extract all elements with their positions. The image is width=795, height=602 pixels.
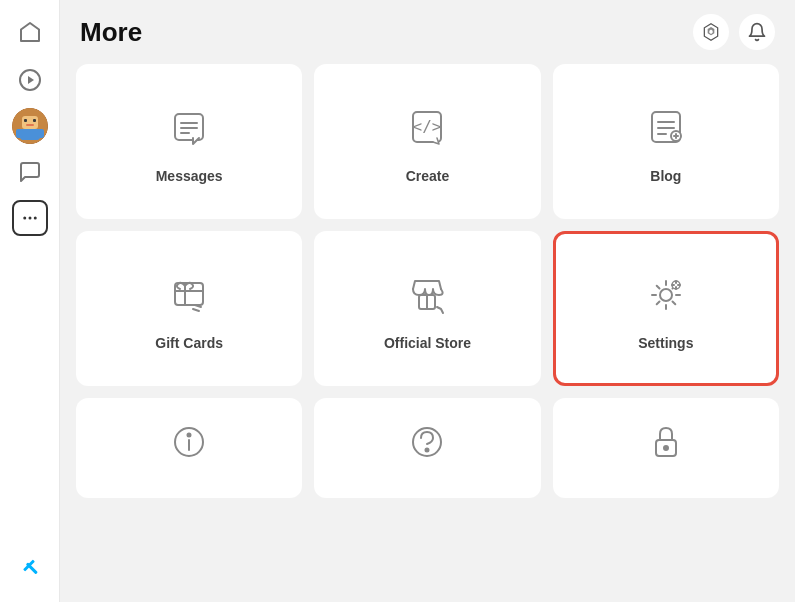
sidebar: [0, 0, 60, 602]
sidebar-item-robux[interactable]: [10, 546, 50, 586]
grid-item-messages[interactable]: Messages: [76, 64, 302, 219]
create-label: Create: [406, 168, 450, 184]
grid-item-gift-cards[interactable]: Gift Cards: [76, 231, 302, 386]
sidebar-item-more[interactable]: [12, 200, 48, 236]
svg-point-10: [23, 217, 26, 220]
grid-item-blog[interactable]: Blog: [553, 64, 779, 219]
grid-item-lock[interactable]: [553, 398, 779, 498]
official-store-label: Official Store: [384, 335, 471, 351]
grid-item-settings[interactable]: Settings: [553, 231, 779, 386]
notifications-button[interactable]: [739, 14, 775, 50]
svg-rect-5: [33, 119, 36, 122]
create-icon: </>: [405, 106, 449, 154]
messages-icon: [167, 106, 211, 154]
page-title: More: [80, 17, 142, 48]
sidebar-item-avatar[interactable]: [12, 108, 48, 144]
settings-label: Settings: [638, 335, 693, 351]
grid-item-info[interactable]: [76, 398, 302, 498]
sidebar-item-chat[interactable]: [10, 152, 50, 192]
svg-point-12: [33, 217, 36, 220]
info-icon: [167, 420, 211, 468]
svg-rect-6: [26, 124, 34, 126]
blog-label: Blog: [650, 168, 681, 184]
settings-icon: [644, 273, 688, 321]
robux-button[interactable]: [693, 14, 729, 50]
header-icons: [693, 14, 775, 50]
svg-point-36: [660, 289, 672, 301]
svg-point-44: [188, 434, 191, 437]
svg-rect-3: [22, 116, 38, 129]
svg-point-48: [664, 446, 668, 450]
grid-item-help[interactable]: [314, 398, 540, 498]
grid-item-create[interactable]: </> Create: [314, 64, 540, 219]
sidebar-item-home[interactable]: [10, 12, 50, 52]
svg-rect-8: [16, 129, 23, 138]
blog-icon: [644, 106, 688, 154]
grid-container: Messages </> Create: [60, 60, 795, 602]
help-icon: [405, 420, 449, 468]
messages-label: Messages: [156, 168, 223, 184]
official-store-icon: [405, 273, 449, 321]
svg-rect-31: [175, 283, 203, 305]
items-grid: Messages </> Create: [76, 64, 779, 510]
header: More: [60, 0, 795, 60]
svg-rect-4: [24, 119, 27, 122]
gift-cards-icon: [167, 273, 211, 321]
svg-marker-1: [28, 76, 34, 84]
svg-text:</>: </>: [413, 117, 442, 136]
svg-rect-9: [37, 129, 44, 138]
gift-cards-label: Gift Cards: [155, 335, 223, 351]
sidebar-item-discover[interactable]: [10, 60, 50, 100]
grid-item-official-store[interactable]: Official Store: [314, 231, 540, 386]
svg-point-11: [28, 217, 31, 220]
lock-icon: [644, 420, 688, 468]
main-content: More: [60, 0, 795, 602]
svg-point-46: [426, 449, 429, 452]
